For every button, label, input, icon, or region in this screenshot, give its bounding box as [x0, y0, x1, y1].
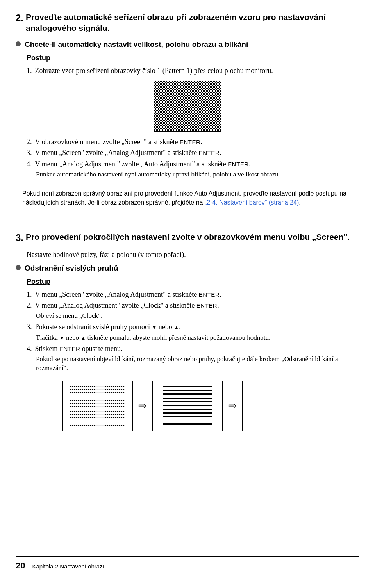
sec3-subtitle: Nastavte hodinové pulzy, fázi a polohu (…	[27, 250, 359, 259]
sec2-note-box: Pokud není zobrazen správný obraz ani pr…	[16, 184, 359, 212]
page-number: 20	[16, 560, 25, 572]
chapter-title: Kapitola 2 Nastavení obrazu	[32, 563, 105, 570]
sec3-step-4: 4. Stiskem ENTER opusťte menu.	[27, 344, 359, 353]
section-2-number: 2.	[16, 12, 23, 24]
monitor-stripes-heavy	[62, 381, 133, 431]
sec3-step-2: 2. V menu „Analog Adjustment" zvolte „Cl…	[27, 301, 359, 310]
sec2-bullet-row: Chcete-li automaticky nastavit velikost,…	[16, 39, 359, 50]
down-triangle-icon	[59, 334, 64, 341]
section-3: 3. Pro provedení pokročilých nastavení z…	[16, 232, 359, 244]
sec3-postup-heading: Postup	[27, 277, 359, 286]
up-triangle-icon	[174, 323, 179, 331]
sec3-bullet-row: Odstranění svislých pruhů	[16, 263, 359, 273]
sec3-step-2-note: Objeví se menu „Clock".	[36, 312, 359, 321]
down-triangle-icon	[152, 323, 157, 331]
enter-label: ENTER	[180, 139, 200, 145]
sec2-step-2: 2. V obrazovkovém menu zvolte „Screen" a…	[27, 137, 359, 146]
sec3-step-4-note: Pokud se po nastavení objeví blikání, ro…	[36, 355, 359, 373]
monitor-clean	[242, 381, 312, 431]
sec2-step-1: 1. Zobrazte vzor pro seřízení obrazovky …	[27, 66, 359, 75]
link-color-settings[interactable]: „2-4. Nastavení barev" (strana 24)	[205, 199, 299, 206]
section-3-title: Pro provedení pokročilých nastavení zvol…	[26, 232, 350, 242]
arrow-icon: ⇨	[138, 399, 147, 413]
sec2-postup-heading: Postup	[27, 53, 359, 62]
monitor-stripes-light	[152, 381, 223, 431]
diagram-row: ⇨ ⇨	[16, 381, 359, 431]
pattern-1-image	[154, 81, 221, 132]
sec2-step-4-note: Funkce automatického nastavení nyní auto…	[36, 170, 359, 179]
sec2-bullet-text: Chcete-li automaticky nastavit velikost,…	[25, 39, 248, 50]
section-2-title: Proveďte automatické seřízení obrazu při…	[26, 12, 359, 34]
sec3-step-1: 1. V menu „Screen" zvolte „Analog Adjust…	[27, 290, 359, 299]
sec3-bullet-text: Odstranění svislých pruhů	[25, 263, 118, 273]
sec2-step-4: 4. V menu „Analog Adjustment" zvolte „Au…	[27, 159, 359, 169]
section-2: 2. Proveďte automatické seřízení obrazu …	[16, 12, 359, 34]
arrow-icon: ⇨	[228, 399, 237, 413]
bullet-icon	[16, 265, 21, 270]
page-footer: 20 Kapitola 2 Nastavení obrazu	[16, 556, 359, 572]
sec3-step-3-note: Tlačítka nebo tiskněte pomalu, abyste mo…	[36, 333, 359, 342]
bullet-icon	[16, 41, 21, 46]
sec2-step-1-text: Zobrazte vzor pro seřízení obrazovky čís…	[35, 66, 273, 75]
section-3-number: 3.	[16, 232, 23, 244]
up-triangle-icon	[80, 334, 86, 341]
sec3-step-3: 3. Pokuste se odstranit svislé pruhy pom…	[27, 322, 359, 331]
sec2-step-3: 3. V menu „Screen" zvolte „Analog Adjust…	[27, 148, 359, 157]
